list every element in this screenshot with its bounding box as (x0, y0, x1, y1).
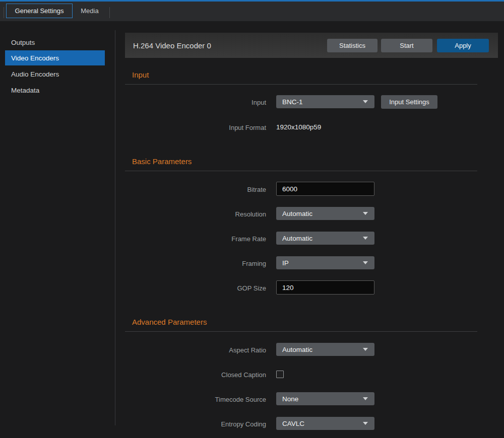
aspect-ratio-dropdown[interactable]: Automatic (276, 343, 374, 356)
timecode-source-dropdown-value: None (282, 395, 298, 403)
section-heading-basic-parameters: Basic Parameters (132, 157, 192, 166)
chevron-down-icon (363, 397, 368, 400)
section-rule (125, 331, 477, 332)
resolution-dropdown-value: Automatic (282, 210, 312, 217)
chevron-down-icon (363, 422, 368, 425)
timecode-source-label: Timecode Source (125, 396, 266, 403)
chevron-down-icon (363, 348, 368, 351)
tab-media[interactable]: Media (74, 4, 106, 18)
sidebar-item-metadata[interactable]: Metadata (0, 84, 115, 96)
frame-rate-dropdown[interactable]: Automatic (276, 232, 374, 245)
chevron-down-icon (363, 261, 368, 264)
bitrate-label: Bitrate (125, 186, 266, 193)
frame-rate-label: Frame Rate (125, 235, 266, 243)
entropy-coding-dropdown-value: CAVLC (282, 420, 304, 427)
input-format-value: 1920x1080p59 (276, 123, 321, 131)
chevron-down-icon (363, 100, 368, 103)
tab-general-settings[interactable]: General Settings (6, 4, 73, 18)
framing-dropdown[interactable]: IP (276, 256, 374, 269)
gop-size-label: GOP Size (125, 284, 266, 292)
closed-caption-checkbox[interactable] (276, 371, 284, 378)
tab-divider-left (4, 7, 4, 18)
input-dropdown-value: BNC-1 (282, 98, 303, 106)
section-heading-advanced-parameters: Advanced Parameters (132, 318, 207, 326)
gop-size-input[interactable] (276, 280, 374, 295)
sidebar-item-outputs[interactable]: Outputs (0, 36, 115, 48)
entropy-coding-dropdown[interactable]: CAVLC (276, 417, 374, 430)
encoder-settings-page: General Settings Media Outputs Video Enc… (0, 0, 504, 438)
tab-divider-right (109, 7, 110, 18)
entropy-coding-label: Entropy Coding (125, 420, 266, 428)
aspect-ratio-dropdown-value: Automatic (282, 346, 312, 353)
apply-button[interactable]: Apply (437, 39, 489, 52)
sidebar-item-video-encoders[interactable]: Video Encoders (5, 50, 105, 65)
chevron-down-icon (363, 237, 368, 240)
input-label: Input (125, 99, 266, 106)
section-rule (125, 84, 477, 85)
start-button[interactable]: Start (381, 39, 432, 52)
sidebar-item-audio-encoders[interactable]: Audio Encoders (0, 68, 115, 80)
frame-rate-dropdown-value: Automatic (282, 235, 312, 242)
chevron-down-icon (363, 212, 368, 215)
section-heading-input: Input (132, 70, 149, 79)
framing-label: Framing (125, 260, 266, 267)
encoder-header-bar: H.264 Video Encoder 0 Statistics Start A… (125, 33, 498, 58)
closed-caption-label: Closed Caption (125, 371, 266, 379)
sidebar-divider (115, 30, 115, 425)
resolution-label: Resolution (125, 210, 266, 218)
sidebar: Outputs Video Encoders Audio Encoders Me… (0, 21, 115, 438)
bitrate-input[interactable] (276, 182, 374, 196)
timecode-source-dropdown[interactable]: None (276, 392, 374, 405)
input-dropdown[interactable]: BNC-1 (276, 95, 374, 108)
input-settings-button[interactable]: Input Settings (381, 95, 437, 109)
resolution-dropdown[interactable]: Automatic (276, 207, 374, 220)
aspect-ratio-label: Aspect Ratio (125, 346, 266, 354)
input-format-label: Input Format (125, 124, 266, 131)
framing-dropdown-value: IP (282, 259, 289, 267)
page-title: H.264 Video Encoder 0 (133, 33, 211, 58)
top-tab-bar: General Settings Media (0, 0, 504, 21)
statistics-button[interactable]: Statistics (327, 39, 377, 52)
section-rule (125, 171, 477, 171)
